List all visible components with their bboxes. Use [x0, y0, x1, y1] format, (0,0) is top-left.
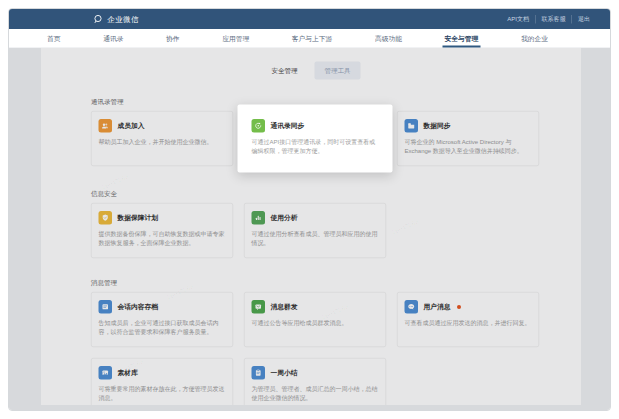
media-icon — [99, 366, 113, 380]
card-contacts-sync[interactable]: 通讯录同步 可通过API接口管理通讯录，同时可设置查看或编辑权限，管理更加方便。 — [244, 111, 386, 166]
card-desc: 告知成员后，企业可通过接口获取成员会话内容，以符合监管要求和保障客户服务质量。 — [99, 318, 226, 337]
wechat-work-logo: 企业微信 — [93, 14, 139, 24]
card-desc: 可通过公告等应用给成员群发消息。 — [252, 318, 379, 327]
card-chat-archive[interactable]: 会话内容存档 告知成员后，企业可通过接口获取成员会话内容，以符合监管要求和保障客… — [91, 292, 233, 347]
unread-dot — [457, 305, 461, 309]
content-panel: 2test2263 2test2263 2test2263 2test2263 … — [41, 48, 581, 405]
app-window-wrapper: 企业微信 API文档 联系客服 退出 首页 通讯录 协作 应用管理 客户与上下游… — [0, 0, 619, 419]
summary-icon — [252, 366, 266, 380]
card-usage-analytics[interactable]: 使用分析 可通过使用分析查看成员、管理员和应用的使用情况。 — [244, 203, 386, 258]
nav-item-customers[interactable]: 客户与上下游 — [290, 29, 335, 48]
tab-management-tools[interactable]: 管理工具 — [315, 62, 361, 80]
card-title: 消息群发 — [271, 302, 298, 311]
nav-item-app-management[interactable]: 应用管理 — [220, 29, 251, 48]
page-body: 2test2263 2test2263 2test2263 2test2263 … — [9, 48, 610, 411]
card-title: 一周小结 — [271, 368, 298, 377]
logo-text: 企业微信 — [107, 14, 139, 24]
admin-console-window: 企业微信 API文档 联系客服 退出 首页 通讯录 协作 应用管理 客户与上下游… — [8, 8, 611, 411]
card-desc: 提供数据备份保障，可自助恢复数据或申请专家数据恢复服务，全面保障企业数据。 — [99, 229, 226, 248]
section-title-information-security: 信息安全 — [91, 189, 581, 198]
contacts-sync-icon — [252, 119, 266, 133]
chat-icon — [405, 300, 419, 314]
card-desc: 为管理员、管理者、成员汇总的一周小结，总结使用企业微信的情况。 — [252, 384, 379, 403]
card-desc: 可将企业的 Microsoft Active Directory 与 Excha… — [405, 137, 532, 156]
card-desc: 帮助员工加入企业，并开始使用企业微信。 — [99, 137, 226, 146]
data-sync-icon — [405, 119, 419, 133]
shield-icon — [99, 211, 113, 225]
contact-support-link[interactable]: 联系客服 — [535, 15, 572, 24]
broadcast-icon — [252, 300, 266, 314]
logout-link[interactable]: 退出 — [572, 15, 597, 24]
card-title: 数据保障计划 — [118, 213, 159, 222]
card-title: 通讯录同步 — [271, 121, 305, 130]
card-row: 数据保障计划 提供数据备份保障，可自助恢复数据或申请专家数据恢复服务，全面保障企… — [91, 203, 539, 258]
card-data-sync[interactable]: 数据同步 可将企业的 Microsoft Active Directory 与 … — [397, 111, 539, 166]
card-media-library[interactable]: 素材库 可将重要常用的素材存放在此，方便管理员发送消息。 — [91, 358, 233, 405]
card-title: 用户消息 — [424, 302, 451, 311]
api-docs-link[interactable]: API文档 — [501, 15, 535, 24]
card-weekly-summary[interactable]: 一周小结 为管理员、管理者、成员汇总的一周小结，总结使用企业微信的情况。 — [244, 358, 386, 405]
nav-item-security-management[interactable]: 安全与管理 — [443, 29, 481, 48]
topbar-links: API文档 联系客服 退出 — [501, 15, 596, 24]
card-title: 素材库 — [118, 368, 138, 377]
subtabs: 安全管理 管理工具 — [41, 60, 581, 81]
wechat-work-logo-icon — [93, 14, 103, 24]
nav-item-home[interactable]: 首页 — [45, 29, 63, 48]
card-data-protection-plan[interactable]: 数据保障计划 提供数据备份保障，可自助恢复数据或申请专家数据恢复服务，全面保障企… — [91, 203, 233, 258]
main-nav: 首页 通讯录 协作 应用管理 客户与上下游 高级功能 安全与管理 我的企业 — [9, 29, 610, 48]
card-title: 会话内容存档 — [118, 302, 159, 311]
card-desc: 可通过使用分析查看成员、管理员和应用的使用情况。 — [252, 229, 379, 248]
sections: 通讯录管理 — [41, 97, 581, 405]
card-row: 会话内容存档 告知成员后，企业可通过接口获取成员会话内容，以符合监管要求和保障客… — [91, 292, 539, 405]
card-desc: 可查看成员通过应用发送的消息，并进行回复。 — [405, 318, 532, 327]
nav-item-contacts[interactable]: 通讯录 — [101, 29, 125, 48]
card-title: 数据同步 — [424, 121, 451, 130]
card-title: 成员加入 — [118, 121, 145, 130]
card-title: 使用分析 — [271, 213, 298, 222]
archive-icon — [99, 300, 113, 314]
card-user-messages[interactable]: 用户消息 可查看成员通过应用发送的消息，并进行回复。 — [397, 292, 539, 347]
card-desc: 可通过API接口管理通讯录，同时可设置查看或编辑权限，管理更加方便。 — [252, 137, 379, 156]
card-message-broadcast[interactable]: 消息群发 可通过公告等应用给成员群发消息。 — [244, 292, 386, 347]
bar-chart-icon — [252, 211, 266, 225]
tab-security-management[interactable]: 安全管理 — [262, 62, 308, 80]
members-icon — [99, 119, 113, 133]
nav-item-collaboration[interactable]: 协作 — [164, 29, 182, 48]
section-title-message-management: 消息管理 — [91, 278, 581, 287]
nav-item-my-company[interactable]: 我的企业 — [519, 29, 550, 48]
card-desc: 可将重要常用的素材存放在此，方便管理员发送消息。 — [99, 384, 226, 403]
card-row: 成员加入 帮助员工加入企业，并开始使用企业微信。 — [91, 111, 539, 166]
card-member-join[interactable]: 成员加入 帮助员工加入企业，并开始使用企业微信。 — [91, 111, 233, 166]
topbar: 企业微信 API文档 联系客服 退出 — [9, 9, 610, 29]
nav-item-advanced[interactable]: 高级功能 — [373, 29, 404, 48]
